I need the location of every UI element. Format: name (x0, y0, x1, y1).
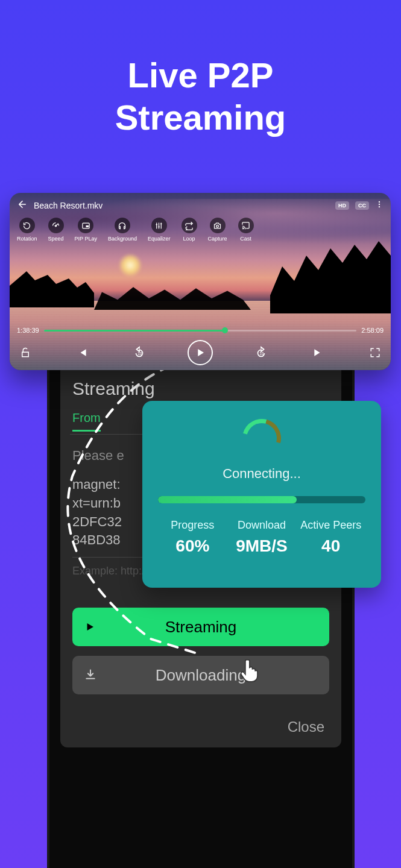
hero-title-line1: Live P2P (0, 54, 401, 96)
connection-status-card: Connecting... Progress 60% Download 9MB/… (142, 401, 381, 588)
hd-badge[interactable]: HD (335, 201, 349, 210)
streaming-button[interactable]: Streaming (72, 608, 329, 646)
time-current: 1:38:39 (17, 327, 39, 334)
svg-text:10: 10 (260, 351, 265, 356)
previous-icon[interactable] (74, 344, 90, 361)
video-player: Beach Resort.mkv HD CC Rotation Speed PI… (10, 193, 391, 370)
close-button[interactable]: Close (72, 719, 329, 735)
loading-spinner-icon (242, 419, 281, 458)
svg-point-2 (379, 206, 380, 207)
svg-text:10: 10 (137, 351, 142, 356)
fullscreen-icon[interactable] (367, 344, 384, 361)
more-icon[interactable] (375, 199, 384, 212)
peers-stat: Active Peers 40 (296, 519, 365, 556)
downloading-button[interactable]: Downloading (72, 656, 329, 694)
seek-thumb[interactable] (222, 327, 228, 333)
progress-stat: Progress 60% (158, 519, 227, 556)
rotation-icon (19, 218, 35, 233)
streaming-button-label: Streaming (165, 618, 237, 637)
downloading-button-label: Downloading (156, 666, 246, 685)
rewind-10-icon[interactable]: 10 (131, 344, 148, 361)
equalizer-tool[interactable]: Equalizer (148, 218, 171, 242)
hero-title: Live P2P Streaming (0, 0, 401, 138)
dialog-title: Streaming (72, 379, 329, 399)
download-icon (84, 666, 96, 685)
speed-tool[interactable]: Speed (48, 218, 64, 242)
loop-icon (182, 218, 197, 233)
forward-10-icon[interactable]: 10 (253, 344, 270, 361)
cast-tool[interactable]: Cast (238, 218, 254, 242)
video-filename: Beach Resort.mkv (34, 201, 329, 210)
connecting-label: Connecting... (158, 466, 365, 482)
time-total: 2:58:09 (361, 327, 384, 334)
loop-tool[interactable]: Loop (182, 218, 197, 242)
speed-icon (48, 218, 64, 233)
svg-rect-4 (86, 225, 88, 227)
svg-point-0 (379, 201, 380, 203)
seek-bar[interactable] (44, 330, 357, 332)
unlock-icon[interactable] (17, 344, 34, 361)
capture-tool[interactable]: Capture (208, 218, 227, 242)
background-tool[interactable]: Background (108, 218, 137, 242)
svg-point-6 (242, 228, 244, 229)
cc-badge[interactable]: CC (355, 201, 369, 210)
equalizer-icon (151, 218, 167, 233)
camera-icon (210, 218, 226, 233)
hero-title-line2: Streaming (0, 96, 401, 139)
next-icon[interactable] (310, 344, 327, 361)
rotation-tool[interactable]: Rotation (17, 218, 37, 242)
svg-point-1 (379, 204, 380, 205)
back-icon[interactable] (17, 199, 28, 212)
pip-tool[interactable]: PIP PLay (75, 218, 97, 242)
play-button[interactable] (188, 340, 213, 365)
status-progress-bar (158, 496, 365, 503)
pip-icon (78, 218, 93, 233)
seek-fill (44, 330, 226, 332)
cast-icon (238, 218, 254, 233)
play-icon (84, 618, 95, 637)
headphones-icon (115, 218, 130, 233)
tab-from[interactable]: From (72, 411, 101, 432)
status-progress-fill (158, 496, 297, 503)
svg-point-5 (216, 225, 219, 227)
download-stat: Download 9MB/S (227, 519, 297, 556)
